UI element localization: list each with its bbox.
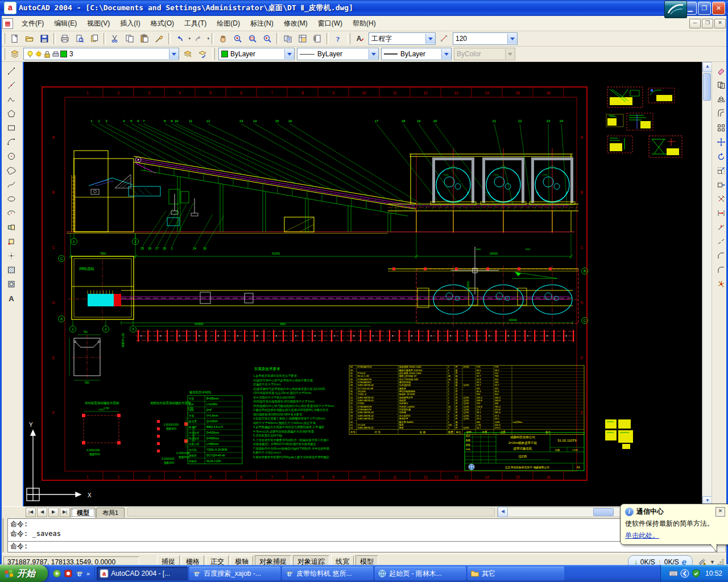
tab-model[interactable]: 模型 <box>71 508 96 518</box>
line-icon[interactable] <box>3 64 19 78</box>
keyboard-icon[interactable] <box>669 569 678 578</box>
first-tab-icon[interactable]: |◀ <box>26 508 36 517</box>
ellarc-icon[interactable] <box>3 206 19 220</box>
prev-tab-icon[interactable]: ◀ <box>37 508 47 517</box>
menu-t[interactable]: 工具(T) <box>179 16 212 31</box>
text-style-icon[interactable]: A <box>353 32 367 45</box>
help-icon[interactable]: ? <box>330 32 345 45</box>
hatch-icon[interactable] <box>3 263 19 277</box>
toolbar-grip[interactable] <box>2 48 5 60</box>
chevron-down-icon[interactable] <box>507 34 517 44</box>
chevron-down-icon[interactable] <box>284 49 294 59</box>
mkblock-icon[interactable] <box>3 234 19 248</box>
layer-previous-icon[interactable] <box>195 47 210 61</box>
chevron-more-icon[interactable]: » <box>86 570 90 577</box>
xline-icon[interactable] <box>3 78 19 92</box>
zoomwin-icon[interactable] <box>245 32 260 45</box>
toolbar-grip[interactable] <box>2 33 5 44</box>
menu-e[interactable]: 编辑(E) <box>49 16 82 31</box>
command-window[interactable]: 命令: 命令: _saveas 命令: <box>0 517 728 554</box>
quicklaunch-ie-icon[interactable]: e <box>75 569 85 579</box>
scrollbar-thumb[interactable] <box>703 73 711 101</box>
lock-icon[interactable] <box>43 50 51 58</box>
save-icon[interactable] <box>37 32 52 45</box>
plot-layer-icon[interactable] <box>52 50 60 58</box>
taskbar-task-0[interactable]: aAutoCAD 2004 - [... <box>97 567 188 580</box>
bulb-icon[interactable] <box>26 50 34 58</box>
ellipse-icon[interactable] <box>3 192 19 206</box>
menu-h[interactable]: 帮助(H) <box>348 16 381 31</box>
doc-restore-button[interactable]: ❐ <box>702 19 713 28</box>
menu-i[interactable]: 插入(I) <box>115 16 145 31</box>
cut-icon[interactable] <box>107 32 122 45</box>
taskbar-task-3[interactable]: 起始页 - 雨林木... <box>375 567 466 580</box>
tray-collapse-icon[interactable] <box>680 569 689 578</box>
polygon-icon[interactable] <box>3 106 19 120</box>
zoomprev-icon[interactable] <box>260 32 275 45</box>
lineweight-combo[interactable]: ByLayer <box>381 48 452 60</box>
drawing-file-icon[interactable]: ▦ <box>2 18 13 29</box>
tab-scroll-splitter[interactable] <box>127 508 495 517</box>
dim-style-icon[interactable] <box>437 32 452 45</box>
tab-layout1[interactable]: 布局1 <box>96 508 125 518</box>
new-icon[interactable] <box>7 32 22 45</box>
props-icon[interactable] <box>280 32 295 45</box>
paste-icon[interactable] <box>137 32 152 45</box>
command-history[interactable]: 命令: 命令: _saveas <box>7 518 715 541</box>
menu-o[interactable]: 格式(O) <box>146 16 179 31</box>
scroll-left-icon[interactable]: ◀ <box>498 507 508 517</box>
command-input[interactable]: 命令: <box>7 541 715 552</box>
mtext-icon[interactable]: A <box>3 291 19 305</box>
chevron-down-icon[interactable] <box>369 49 378 59</box>
drawing-canvas[interactable]: 1122334455667788991010111112121313141415… <box>24 62 702 506</box>
menu-w[interactable]: 窗口(W) <box>313 16 348 31</box>
publish-icon[interactable] <box>87 32 102 45</box>
spline-icon[interactable] <box>3 177 19 192</box>
menu-n[interactable]: 标注(N) <box>245 16 279 31</box>
plot-icon[interactable] <box>57 32 72 45</box>
command-grip[interactable] <box>2 518 6 552</box>
toolbar-grip[interactable] <box>348 33 350 44</box>
autocad-app-icon[interactable]: a <box>4 2 16 14</box>
text-style-combo[interactable]: 工程字 <box>369 32 436 45</box>
chevron-down-icon[interactable]: ▼ <box>710 559 715 565</box>
doc-minimize-button[interactable]: ─ <box>689 19 701 28</box>
next-tab-icon[interactable]: ▶ <box>48 508 59 517</box>
balloon-link[interactable]: 单击此处。 <box>625 531 659 541</box>
doc-close-button[interactable]: ✕ <box>714 19 726 28</box>
chevron-down-icon[interactable] <box>425 34 435 44</box>
rect-icon[interactable] <box>3 120 19 135</box>
open-icon[interactable] <box>22 32 37 45</box>
scrollbar-thumb[interactable] <box>593 508 614 516</box>
vertical-scrollbar[interactable]: ▲ ▼ <box>702 62 712 506</box>
taskbar-task-2[interactable]: e皮带给料机 悠所... <box>282 567 373 580</box>
layer-manager-icon[interactable] <box>7 47 22 61</box>
menu-v[interactable]: 视图(V) <box>82 16 115 31</box>
pan-icon[interactable] <box>216 32 230 45</box>
toolbar-grip[interactable] <box>212 48 215 60</box>
arc-icon[interactable] <box>3 135 19 149</box>
shield-icon[interactable] <box>692 569 701 578</box>
pline-icon[interactable] <box>3 92 19 106</box>
insert-icon[interactable] <box>3 220 19 234</box>
communication-center-icon[interactable] <box>664 1 687 18</box>
linetype-combo[interactable]: ByLayer <box>297 48 379 60</box>
color-combo[interactable]: ByLayer <box>218 48 295 60</box>
layer-states-icon[interactable] <box>180 47 195 61</box>
menu-d[interactable]: 绘图(D) <box>212 16 245 31</box>
layer-combo[interactable]: 3 <box>23 48 179 60</box>
last-tab-icon[interactable]: ▶| <box>60 508 70 517</box>
sun-icon[interactable] <box>35 50 43 58</box>
restore-button[interactable]: ❐ <box>698 2 711 15</box>
zoomrt-icon[interactable] <box>230 32 245 45</box>
tpalette-icon[interactable] <box>310 32 325 45</box>
close-button[interactable]: ✕ <box>712 2 725 15</box>
menu-f[interactable]: 文件(F) <box>16 16 49 31</box>
chevron-down-icon[interactable] <box>169 49 179 59</box>
dim-style-combo[interactable]: 120 <box>453 32 518 45</box>
redo-icon[interactable]: ▾ <box>191 32 206 45</box>
copy-icon[interactable] <box>122 32 137 45</box>
point-icon[interactable] <box>3 248 19 263</box>
chevron-down-icon[interactable] <box>441 49 451 59</box>
revcloud-icon[interactable] <box>3 163 19 177</box>
